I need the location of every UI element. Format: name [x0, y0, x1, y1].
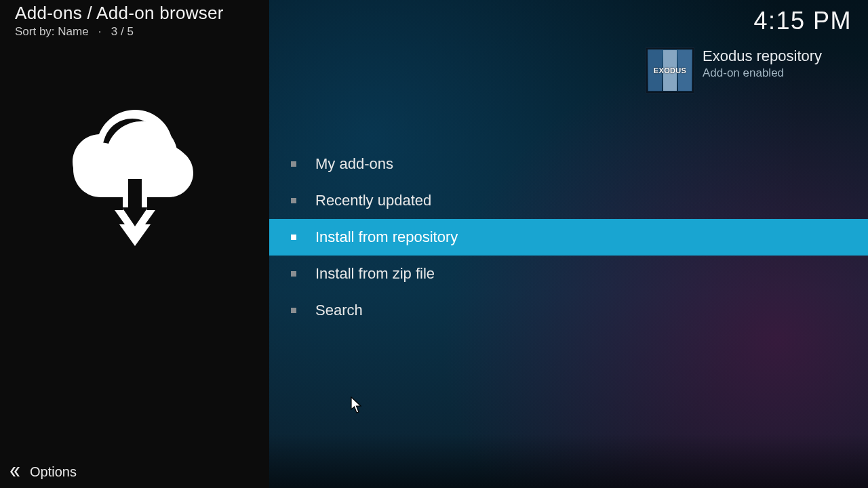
- menu-item-search[interactable]: Search: [269, 292, 868, 329]
- sidebar-footer[interactable]: Options: [0, 455, 269, 488]
- toast-text: Exodus repository Add-on enabled: [703, 47, 822, 80]
- bullet-icon: [291, 161, 296, 167]
- toast-title: Exodus repository: [703, 47, 822, 65]
- menu-item-install-from-zip-file[interactable]: Install from zip file: [269, 256, 868, 292]
- svg-rect-4: [123, 172, 147, 179]
- sidebar: Add-ons / Add-on browser Sort by: Name ·…: [0, 0, 269, 488]
- notification-toast: EXODUS Exodus repository Add-on enabled: [646, 47, 854, 95]
- bullet-icon: [291, 308, 296, 313]
- download-cloud-icon: [64, 110, 206, 251]
- clock: 4:15 PM: [753, 7, 852, 35]
- sort-line: Sort by: Name · 3 / 5: [15, 25, 254, 39]
- toast-thumbnail-text: EXODUS: [646, 66, 694, 75]
- menu-item-label: My add-ons: [315, 155, 393, 173]
- main-panel: 4:15 PM EXODUS Exodus repository Add-on …: [269, 0, 868, 488]
- bullet-icon: [291, 271, 296, 277]
- sort-prefix: Sort by:: [15, 25, 55, 38]
- menu-item-label: Install from zip file: [315, 265, 435, 283]
- section-icon-wrap: [0, 110, 269, 251]
- options-label[interactable]: Options: [30, 464, 77, 480]
- sort-value[interactable]: Name: [58, 25, 88, 38]
- menu-item-install-from-repository[interactable]: Install from repository: [269, 219, 868, 256]
- breadcrumb: Add-ons / Add-on browser: [15, 3, 254, 24]
- toast-thumbnail: EXODUS: [646, 47, 694, 94]
- menu-item-label: Recently updated: [315, 192, 431, 209]
- sort-separator: ·: [92, 25, 108, 38]
- toast-subtitle: Add-on enabled: [703, 66, 822, 80]
- list-position: 3 / 5: [111, 25, 134, 38]
- menu-item-recently-updated[interactable]: Recently updated: [269, 182, 868, 219]
- menu-list: My add-onsRecently updatedInstall from r…: [269, 146, 868, 329]
- bullet-icon: [291, 235, 296, 240]
- sidebar-header: Add-ons / Add-on browser Sort by: Name ·…: [0, 0, 269, 39]
- menu-item-label: Install from repository: [315, 228, 458, 246]
- menu-item-my-add-ons[interactable]: My add-ons: [269, 146, 868, 182]
- svg-rect-2: [128, 178, 142, 207]
- options-icon: [8, 464, 23, 479]
- menu-item-label: Search: [315, 302, 363, 319]
- bullet-icon: [291, 198, 296, 203]
